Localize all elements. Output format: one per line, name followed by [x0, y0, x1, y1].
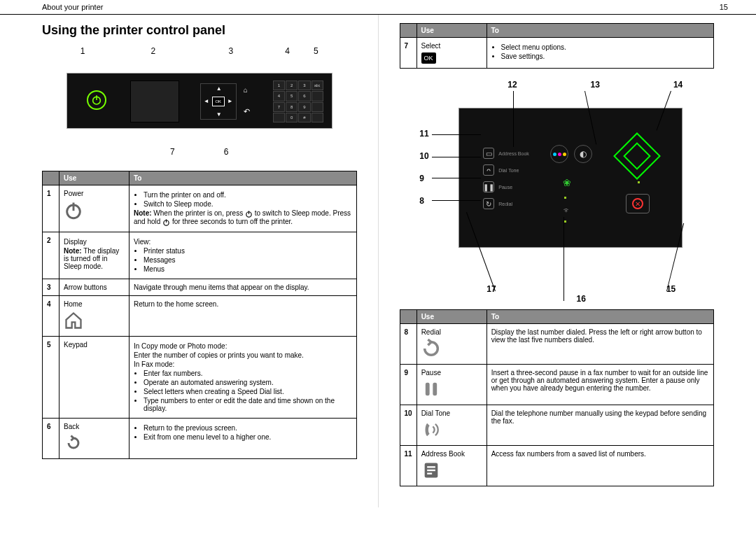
- addressbook-icon: [421, 461, 482, 482]
- t1-r4-to: Return to the home screen.: [130, 295, 357, 336]
- t1-r5-num: 5: [43, 336, 59, 418]
- dialtone-icon: ᴖ: [483, 164, 494, 176]
- back-icon: [64, 433, 125, 454]
- ok-button-panel: OK: [212, 97, 225, 106]
- reference-table-2: Use To 7 Select OK Select menu options. …: [400, 23, 715, 69]
- arrow-left: ◄: [204, 98, 209, 104]
- addressbook-icon: ▭: [483, 148, 494, 159]
- fig1-label-5: 5: [314, 46, 318, 56]
- fig2-label-11: 11: [419, 129, 428, 139]
- ok-icon: OK: [421, 52, 436, 64]
- control-panel-figure-2: 12 13 14 11 10 9 8 ▭Address Book ᴖDial T…: [416, 80, 696, 304]
- back-icon: ↶: [244, 107, 250, 116]
- panel2-pause: ❚❚Pause: [483, 181, 512, 192]
- header-section: About your printer: [42, 3, 103, 11]
- t1-r6-num: 6: [43, 418, 59, 458]
- svg-rect-13: [427, 473, 432, 475]
- keypad: 123abc 456 789 0#: [273, 80, 323, 122]
- th-to-2: To: [486, 24, 714, 38]
- panel2-addressbook: ▭Address Book: [483, 148, 529, 159]
- t2-r1-num: 7: [400, 38, 416, 69]
- t1-r6-to: Return to the previous screen. Exit from…: [130, 418, 357, 458]
- control-panel-figure-1: 1 2 3 4 5 ▲ ▼ ◄ ► OK ⌂ ↶: [63, 46, 336, 157]
- t3-r1-num: 8: [400, 324, 416, 365]
- fig2-label-14: 14: [673, 80, 682, 90]
- t1-r2-use: Display Note: The display is turned off …: [59, 232, 130, 279]
- redial-icon: [421, 339, 482, 360]
- arrow-pad: ▲ ▼ ◄ ► OK: [200, 83, 237, 120]
- panel2-redial: ↻Redial: [483, 198, 512, 209]
- th-use-2: Use: [416, 24, 486, 38]
- th-blank: [43, 171, 59, 185]
- t3-r2-num: 9: [400, 365, 416, 405]
- th-use: Use: [59, 171, 130, 185]
- t3-r2-to: Insert a three-second pause in a fax num…: [486, 365, 713, 405]
- fig1-label-1: 1: [80, 46, 85, 56]
- t1-r6-use: Back: [59, 418, 130, 458]
- th-to-3: To: [486, 310, 713, 324]
- t3-r1-use: Redial: [416, 324, 486, 365]
- fig2-label-13: 13: [591, 80, 600, 90]
- t1-r3-use: Arrow buttons: [59, 279, 130, 295]
- svg-rect-12: [427, 470, 435, 471]
- th-use-3: Use: [416, 310, 486, 324]
- t1-r3-to: Navigate through menu items that appear …: [130, 279, 357, 295]
- eco-icon: ❀: [563, 177, 571, 188]
- redial-icon: ↻: [483, 198, 494, 209]
- led-indicator: [564, 220, 566, 223]
- fig1-label-6: 6: [224, 147, 229, 157]
- arrow-up: ▲: [216, 85, 222, 92]
- header-page: 15: [720, 3, 728, 11]
- fig1-label-7: 7: [170, 147, 175, 157]
- power-icon: [162, 218, 170, 225]
- t3-r3-use: Dial Tone: [416, 405, 486, 446]
- reference-table-1: Use To 1 Power Turn the printer on and o…: [42, 171, 357, 459]
- t1-r3-num: 3: [43, 279, 59, 295]
- led-indicator: [638, 181, 640, 183]
- t1-r1-use: Power: [59, 185, 130, 232]
- t1-r4-use: Home: [59, 295, 130, 336]
- power-icon: [91, 94, 102, 106]
- t3-r2-use: Pause: [416, 365, 486, 405]
- page-title: Using the printer control panel: [42, 23, 357, 38]
- home-icon: [64, 311, 125, 332]
- t1-r1-num: 1: [43, 185, 59, 232]
- fig2-label-12: 12: [507, 80, 517, 90]
- wifi-icon: ᯤ: [563, 205, 572, 216]
- t3-r3-num: 10: [400, 405, 416, 446]
- t3-r4-to: Access fax numbers from a saved list of …: [486, 446, 713, 486]
- t3-r3-to: Dial the telephone number manually using…: [486, 405, 713, 446]
- pause-icon: [421, 379, 482, 400]
- panel2-ink-color: [550, 145, 568, 163]
- fig1-label-4: 4: [285, 46, 290, 56]
- power-icon: [245, 209, 253, 217]
- reference-table-3: Use To 8 Redial Display the last number …: [400, 309, 715, 486]
- dialtone-icon: [421, 420, 482, 441]
- panel2-ink-black: ◐: [574, 145, 592, 163]
- fig1-label-3: 3: [228, 46, 233, 56]
- arrow-down: ▼: [216, 111, 222, 118]
- left-column: Using the printer control panel 1 2 3 4 …: [0, 15, 379, 507]
- home-icon: ⌂: [244, 86, 248, 94]
- fig2-label-9: 9: [419, 174, 428, 183]
- t3-r4-use: Address Book: [416, 446, 486, 486]
- t1-r1-to: Turn the printer on and off. Switch to S…: [130, 185, 357, 232]
- t2-r1-to: Select menu options. Save settings.: [486, 38, 714, 69]
- t1-r2-to: View: Printer status Messages Menus: [130, 232, 357, 279]
- cancel-button: ✕: [626, 194, 650, 213]
- t1-r5-use: Keypad: [59, 336, 130, 418]
- start-button: [613, 132, 661, 180]
- t2-r1-use: Select OK: [416, 38, 486, 69]
- t3-r4-num: 11: [400, 446, 416, 486]
- arrow-right: ►: [227, 98, 233, 104]
- led-indicator: [564, 197, 566, 199]
- t3-r1-to: Display the last number dialed. Press th…: [486, 324, 713, 365]
- fig1-label-2: 2: [151, 46, 156, 56]
- cancel-icon: ✕: [632, 198, 643, 209]
- svg-rect-9: [433, 383, 437, 396]
- svg-rect-8: [425, 383, 429, 396]
- power-icon: [64, 200, 125, 221]
- t1-r2-num: 2: [43, 232, 59, 279]
- fig2-label-10: 10: [419, 151, 428, 161]
- svg-rect-11: [427, 466, 435, 468]
